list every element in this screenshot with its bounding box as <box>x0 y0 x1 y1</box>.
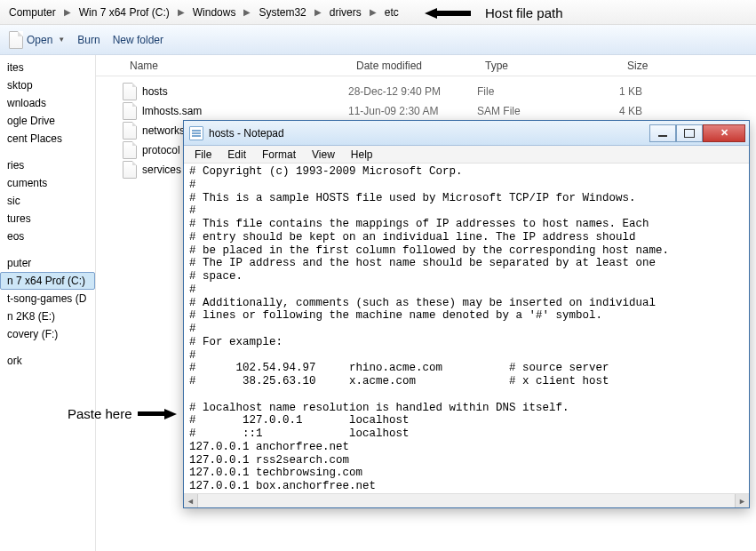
sidebar-item[interactable]: cuments <box>0 174 95 192</box>
file-type: SAM File <box>477 105 619 117</box>
arrow-shaft <box>138 411 164 416</box>
file-row[interactable]: hosts28-Dec-12 9:40 PMFile1 KB <box>96 82 756 101</box>
sidebar-item[interactable]: ork <box>0 352 95 370</box>
breadcrumb-item[interactable]: Windows <box>187 4 242 20</box>
annotation-paste-here: Paste here <box>68 406 177 421</box>
explorer-toolbar: Open ▼ Burn New folder <box>0 25 756 55</box>
sidebar-item[interactable]: ites <box>0 59 95 76</box>
open-button[interactable]: Open ▼ <box>9 31 65 49</box>
new-folder-button[interactable]: New folder <box>113 34 163 46</box>
sidebar-item[interactable]: tures <box>0 210 95 228</box>
maximize-button[interactable] <box>676 124 703 142</box>
sidebar-item[interactable]: n 2K8 (E:) <box>0 307 95 325</box>
breadcrumb-item[interactable]: Computer <box>4 4 61 20</box>
col-size[interactable]: Size <box>620 60 756 72</box>
annotation-text: Paste here <box>68 406 132 421</box>
sidebar-item[interactable]: eos <box>0 228 95 245</box>
breadcrumb-item[interactable]: System32 <box>253 4 311 20</box>
file-date: 28-Dec-12 9:40 PM <box>348 85 477 98</box>
file-icon <box>123 161 137 179</box>
notepad-titlebar[interactable]: hosts - Notepad <box>184 121 749 146</box>
file-date: 11-Jun-09 2:30 AM <box>348 105 477 117</box>
menu-view[interactable]: View <box>305 147 342 163</box>
open-label: Open <box>27 34 52 46</box>
file-icon <box>123 141 137 159</box>
file-icon <box>123 102 137 120</box>
sidebar-item[interactable]: puter <box>0 254 95 272</box>
scroll-track[interactable] <box>198 494 735 507</box>
sidebar-item[interactable]: wnloads <box>0 94 95 112</box>
breadcrumb-item[interactable]: Win 7 x64 Prof (C:) <box>74 4 175 20</box>
notepad-textarea[interactable]: # Copyright (c) 1993-2009 Microsoft Corp… <box>184 164 749 493</box>
notepad-icon <box>189 126 203 140</box>
file-row[interactable]: lmhosts.sam11-Jun-09 2:30 AMSAM File4 KB <box>96 101 756 121</box>
file-type: File <box>477 85 619 98</box>
file-size: 1 KB <box>619 85 642 98</box>
scroll-right-icon[interactable]: ► <box>735 494 749 507</box>
chevron-right-icon[interactable]: ▶ <box>63 7 72 17</box>
breadcrumb-bar: Computer ▶ Win 7 x64 Prof (C:) ▶ Windows… <box>0 0 756 25</box>
file-size: 4 KB <box>619 105 642 117</box>
arrow-right-icon <box>164 409 177 419</box>
sidebar-item[interactable]: covery (F:) <box>0 325 95 343</box>
breadcrumb-item[interactable]: drivers <box>324 4 367 20</box>
chevron-right-icon[interactable]: ▶ <box>243 7 251 17</box>
menu-file[interactable]: File <box>187 147 219 163</box>
col-name[interactable]: Name <box>123 60 349 72</box>
sidebar-item[interactable]: cent Places <box>0 130 95 148</box>
scroll-left-icon[interactable]: ◄ <box>184 494 198 507</box>
sidebar-item[interactable]: ries <box>0 156 95 174</box>
arrow-left-icon <box>425 8 437 19</box>
horizontal-scrollbar[interactable]: ◄ ► <box>184 493 749 507</box>
menu-help[interactable]: Help <box>344 147 380 163</box>
navigation-sidebar: ites sktop wnloads ogle Drive cent Place… <box>0 55 96 551</box>
notepad-menubar: File Edit Format View Help <box>184 146 749 164</box>
file-name: hosts <box>142 85 348 98</box>
sidebar-item[interactable]: t-song-games (D <box>0 290 95 307</box>
burn-button[interactable]: Burn <box>77 34 99 46</box>
sidebar-item[interactable]: sic <box>0 192 95 210</box>
chevron-right-icon[interactable]: ▶ <box>314 7 322 17</box>
column-headers: Name Date modified Type Size <box>96 55 756 76</box>
notepad-title: hosts - Notepad <box>209 127 649 140</box>
annotation-host-path: Host file path <box>425 5 563 20</box>
minimize-button[interactable] <box>649 124 676 142</box>
chevron-right-icon[interactable]: ▶ <box>177 7 186 17</box>
breadcrumb-item[interactable]: etc <box>379 4 404 20</box>
breadcrumb[interactable]: Computer ▶ Win 7 x64 Prof (C:) ▶ Windows… <box>4 4 404 20</box>
dropdown-icon[interactable]: ▼ <box>58 36 65 44</box>
sidebar-item[interactable]: sktop <box>0 76 95 94</box>
file-icon <box>123 122 137 140</box>
menu-format[interactable]: Format <box>255 147 303 163</box>
col-type[interactable]: Type <box>478 60 620 72</box>
notepad-window: hosts - Notepad File Edit Format View He… <box>183 120 750 508</box>
chevron-right-icon[interactable]: ▶ <box>369 7 378 17</box>
sidebar-item[interactable]: ogle Drive <box>0 112 95 130</box>
file-icon <box>123 83 137 100</box>
menu-edit[interactable]: Edit <box>220 147 253 163</box>
annotation-text: Host file path <box>485 5 563 20</box>
col-date[interactable]: Date modified <box>349 60 478 72</box>
document-icon <box>9 31 23 49</box>
sidebar-item-selected[interactable]: n 7 x64 Prof (C:) <box>0 272 95 290</box>
close-button[interactable] <box>703 124 745 142</box>
file-name: lmhosts.sam <box>142 105 348 117</box>
